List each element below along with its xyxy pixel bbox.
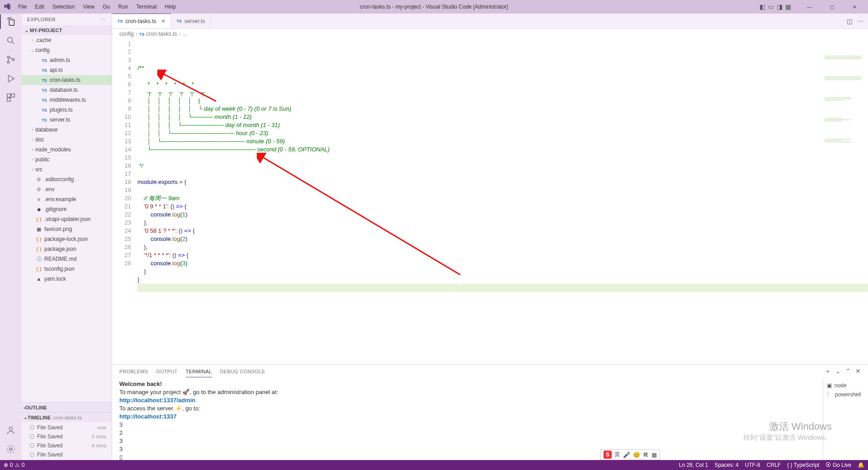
status-bar: ⊗0⚠0 Ln 28, Col 1Spaces: 4UTF-8CRLF{ } T… bbox=[0, 460, 868, 470]
menu-go[interactable]: Go bbox=[99, 2, 113, 12]
file-.editorconfig[interactable]: ⚙.editorconfig bbox=[22, 174, 112, 184]
ime-toolbar[interactable]: S 英 🎤 😊 🛠 ▦ bbox=[600, 449, 660, 460]
project-section-header[interactable]: ⌄MY-PROJECT bbox=[22, 25, 112, 35]
timeline-item[interactable]: File Saved4 mins bbox=[22, 441, 112, 450]
layout-sidebar-right-icon[interactable]: ◨ bbox=[777, 3, 783, 10]
close-window-button[interactable]: ✕ bbox=[844, 0, 864, 14]
minimize-button[interactable]: — bbox=[799, 0, 819, 14]
ime-lang[interactable]: 英 bbox=[614, 451, 620, 459]
tab-server-ts[interactable]: TSserver.ts bbox=[171, 14, 211, 28]
run-debug-icon[interactable] bbox=[5, 73, 16, 84]
ime-grid-icon[interactable]: ▦ bbox=[651, 451, 657, 458]
file-middlewares.ts[interactable]: TSmiddlewares.ts bbox=[22, 95, 112, 105]
file-package-lock.json[interactable]: { }package-lock.json bbox=[22, 234, 112, 244]
folder-public[interactable]: ›public bbox=[22, 155, 112, 164]
tab-cron-tasks-ts[interactable]: TScron-tasks.ts✕ bbox=[112, 14, 171, 28]
code-content[interactable]: /** * * * * * * ┬ ┬ ┬ ┬ ┬ ┬ │ │ │ │ │ | … bbox=[137, 39, 868, 364]
file-tsconfig.json[interactable]: { }tsconfig.json bbox=[22, 264, 112, 274]
layout-customize-icon[interactable]: ▦ bbox=[785, 3, 791, 10]
file-package.json[interactable]: { }package.json bbox=[22, 244, 112, 254]
breadcrumb-segment[interactable]: ... bbox=[183, 31, 187, 37]
sidebar-more-icon[interactable]: ⋯ bbox=[101, 17, 106, 23]
explorer-icon[interactable] bbox=[5, 16, 16, 27]
menu-help[interactable]: Help bbox=[161, 2, 180, 12]
panel-tab-output[interactable]: OUTPUT bbox=[156, 366, 178, 377]
more-actions-icon[interactable]: ⋯ bbox=[857, 18, 863, 25]
file-database.ts[interactable]: TSdatabase.ts bbox=[22, 85, 112, 95]
folder-.cache[interactable]: ›.cache bbox=[22, 35, 112, 45]
menu-terminal[interactable]: Terminal bbox=[132, 2, 160, 12]
timeline-item[interactable]: File Saved2 mins bbox=[22, 432, 112, 441]
layout-panel-icon[interactable]: ▭ bbox=[768, 3, 774, 10]
status-item[interactable]: Ln 28, Col 1 bbox=[679, 462, 708, 468]
ime-emoji-icon[interactable]: 😊 bbox=[633, 451, 640, 458]
search-icon[interactable] bbox=[5, 35, 16, 46]
terminal-instance-powershell[interactable]: 〉powershell bbox=[827, 390, 864, 399]
svg-point-0 bbox=[8, 38, 13, 42]
status-item[interactable]: Spaces: 4 bbox=[714, 462, 738, 468]
file-plugins.ts[interactable]: TSplugins.ts bbox=[22, 105, 112, 115]
outline-section-header[interactable]: ›OUTLINE bbox=[22, 402, 112, 412]
error-icon: ⊗ bbox=[4, 462, 8, 468]
breadcrumb-segment[interactable]: TScron-tasks.ts bbox=[139, 31, 177, 37]
split-editor-icon[interactable]: ◫ bbox=[847, 18, 853, 25]
status-item[interactable]: 🔔 bbox=[858, 462, 864, 468]
menu-edit[interactable]: Edit bbox=[31, 2, 48, 12]
new-terminal-icon[interactable]: ＋ bbox=[825, 367, 831, 376]
file-.env[interactable]: ⚙.env bbox=[22, 184, 112, 194]
settings-gear-icon[interactable] bbox=[5, 444, 16, 455]
maximize-panel-icon[interactable]: ⌃ bbox=[845, 367, 851, 376]
timeline-item[interactable]: File Saved bbox=[22, 450, 112, 459]
panel-tab-problems[interactable]: PROBLEMS bbox=[119, 366, 148, 377]
file-.gitignore[interactable]: ◆.gitignore bbox=[22, 204, 112, 214]
folder-node_modules[interactable]: ›node_modules bbox=[22, 145, 112, 155]
text-editor[interactable]: 1234567891011121314151617181920212223242… bbox=[112, 39, 868, 364]
file-admin.ts[interactable]: TSadmin.ts bbox=[22, 55, 112, 65]
file-favicon.png[interactable]: ▦favicon.png bbox=[22, 224, 112, 234]
outline-label: OUTLINE bbox=[25, 405, 47, 410]
status-item[interactable]: CRLF bbox=[767, 462, 781, 468]
ime-tools-icon[interactable]: 🛠 bbox=[643, 451, 649, 458]
svg-rect-6 bbox=[7, 98, 10, 101]
file-api.ts[interactable]: TSapi.ts bbox=[22, 65, 112, 75]
ime-badge[interactable]: S bbox=[604, 451, 612, 459]
terminal-output[interactable]: Welcome back!To manage your project 🚀, g… bbox=[112, 378, 823, 460]
breadcrumb[interactable]: config›TScron-tasks.ts›... bbox=[112, 29, 868, 39]
close-panel-icon[interactable]: ✕ bbox=[855, 367, 861, 376]
close-tab-icon[interactable]: ✕ bbox=[161, 18, 165, 24]
file-cron-tasks.ts[interactable]: TScron-tasks.ts bbox=[22, 75, 112, 85]
terminal-instance-node[interactable]: ▣node bbox=[827, 381, 864, 390]
file-server.ts[interactable]: TSserver.ts bbox=[22, 115, 112, 125]
maximize-button[interactable]: ▢ bbox=[822, 0, 842, 14]
source-control-icon[interactable] bbox=[5, 54, 16, 65]
terminal-dropdown-icon[interactable]: ⌄ bbox=[835, 367, 841, 376]
status-item[interactable]: ⦿ Go Live bbox=[826, 462, 851, 468]
timeline-section-header[interactable]: ⌄TIMELINE cron-tasks.ts bbox=[22, 412, 112, 422]
menu-selection[interactable]: Selection bbox=[49, 2, 78, 12]
menu-view[interactable]: View bbox=[79, 2, 98, 12]
folder-src[interactable]: ›src bbox=[22, 164, 112, 174]
folder-database[interactable]: ›database bbox=[22, 125, 112, 135]
editor-area: TScron-tasks.ts✕TSserver.ts ◫ ⋯ config›T… bbox=[112, 14, 868, 460]
file-tree: ›.cache⌄configTSadmin.tsTSapi.tsTScron-t… bbox=[22, 35, 112, 402]
status-errors[interactable]: ⊗0⚠0 bbox=[4, 462, 24, 468]
menu-run[interactable]: Run bbox=[114, 2, 132, 12]
extensions-icon[interactable] bbox=[5, 92, 16, 103]
folder-dist[interactable]: ›dist bbox=[22, 135, 112, 145]
status-item[interactable]: UTF-8 bbox=[745, 462, 760, 468]
panel-tab-debug-console[interactable]: DEBUG CONSOLE bbox=[220, 366, 265, 377]
file-yarn.lock[interactable]: ▲yarn.lock bbox=[22, 274, 112, 284]
panel-tab-terminal[interactable]: TERMINAL bbox=[186, 366, 212, 377]
layout-sidebar-left-icon[interactable]: ◧ bbox=[760, 3, 765, 10]
timeline-item[interactable]: File Savednow bbox=[22, 423, 112, 432]
file-.env.example[interactable]: ≡.env.example bbox=[22, 194, 112, 204]
menu-file[interactable]: File bbox=[14, 2, 30, 12]
file-README.md[interactable]: ⓘREADME.md bbox=[22, 254, 112, 264]
file-.strapi-updater.json[interactable]: { }.strapi-updater.json bbox=[22, 214, 112, 224]
ime-voice-icon[interactable]: 🎤 bbox=[623, 451, 630, 458]
status-item[interactable]: { } TypeScript bbox=[787, 462, 819, 468]
svg-rect-4 bbox=[7, 94, 10, 97]
breadcrumb-segment[interactable]: config bbox=[119, 31, 134, 37]
accounts-icon[interactable] bbox=[5, 425, 16, 436]
folder-config[interactable]: ⌄config bbox=[22, 45, 112, 55]
